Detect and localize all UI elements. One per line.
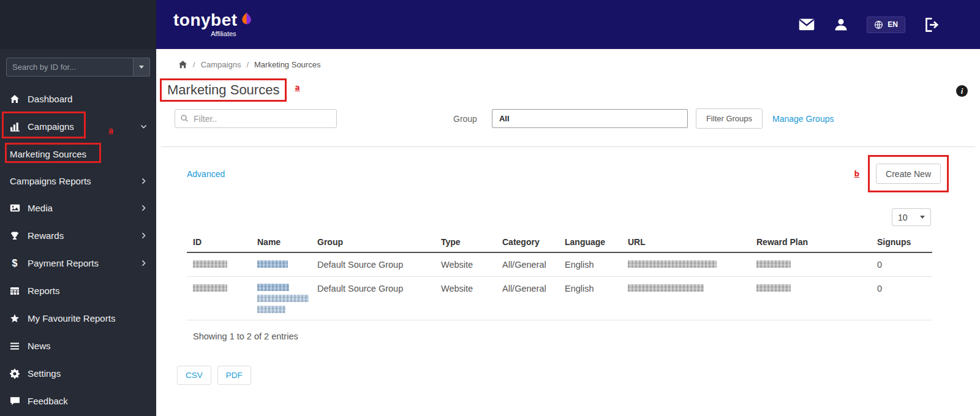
redacted-reward-plan — [756, 260, 791, 268]
breadcrumb-separator: / — [246, 60, 249, 69]
col-header-type: Type — [435, 233, 496, 252]
user-profile-icon[interactable] — [834, 17, 848, 32]
sidebar-item-label: Settings — [28, 368, 61, 379]
sidebar-item-label: Campaigns Reports — [10, 176, 91, 186]
col-header-reward-plan: Reward Plan — [750, 233, 871, 252]
marketing-sources-table: ID Name Group Type Category Language URL… — [187, 233, 932, 320]
search-icon — [180, 114, 189, 123]
page-size-value: 10 — [898, 213, 908, 222]
sidebar-item-campaigns[interactable]: Campaigns — [0, 113, 156, 140]
main-area: tonybet Affiliates EN — [156, 0, 980, 416]
filter-input[interactable] — [175, 109, 337, 128]
export-buttons: CSV PDF — [177, 366, 980, 385]
cell-group: Default Source Group — [311, 277, 435, 300]
filter-groups-button[interactable]: Filter Groups — [696, 108, 763, 129]
sidebar-item-settings[interactable]: Settings — [0, 360, 156, 387]
col-header-language: Language — [559, 233, 622, 252]
col-header-name: Name — [251, 233, 311, 252]
cell-language: English — [559, 277, 622, 300]
brand-logo[interactable]: tonybet Affiliates — [173, 12, 252, 37]
redacted-name-line — [257, 306, 285, 313]
language-selector[interactable]: EN — [867, 17, 905, 33]
table-row: Default Source Group Website All/General… — [187, 253, 932, 277]
chevron-right-icon — [140, 204, 148, 212]
redacted-name-stack — [257, 284, 305, 313]
chevron-right-icon — [140, 259, 148, 267]
cell-signups: 0 — [871, 253, 932, 276]
sidebar-item-label: Media — [28, 203, 53, 213]
sidebar-item-label: Marketing Sources — [10, 149, 86, 159]
globe-icon — [874, 20, 883, 29]
breadcrumb: / Campaigns / Marketing Sources — [156, 49, 980, 69]
page-title: Marketing Sources — [167, 82, 279, 97]
table-summary: Showing 1 to 2 of 2 entries — [193, 331, 980, 341]
create-annotation-box: Create New — [868, 155, 949, 192]
page-size-select[interactable]: 10 — [892, 208, 931, 226]
actions-row: Advanced b Create New — [187, 155, 949, 192]
brand-name: tonybet — [173, 12, 238, 29]
sidebar-item-reports[interactable]: Reports — [0, 277, 156, 304]
trophy-icon — [9, 231, 21, 241]
annotation-letter-b: b — [854, 170, 859, 178]
advanced-link[interactable]: Advanced — [187, 169, 225, 179]
cell-type: Website — [435, 253, 496, 276]
sidebar-item-news[interactable]: News — [0, 332, 156, 360]
sidebar-item-marketing-sources[interactable]: Marketing Sources — [0, 140, 156, 167]
redacted-name-link[interactable] — [257, 260, 288, 268]
topbar: tonybet Affiliates EN — [156, 0, 980, 49]
redacted-name-line — [257, 295, 309, 302]
redacted-id — [193, 260, 227, 268]
title-row: Marketing Sources a — [160, 78, 980, 102]
export-pdf-button[interactable]: PDF — [217, 366, 251, 385]
sidebar-item-rewards[interactable]: Rewards — [0, 222, 156, 249]
image-icon — [9, 203, 21, 213]
sidebar-nav: Dashboard Campaigns Marketing Sources Ca… — [0, 85, 156, 415]
breadcrumb-campaigns[interactable]: Campaigns — [201, 60, 241, 69]
sidebar-search-input[interactable] — [6, 58, 134, 77]
sidebar-item-payment-reports[interactable]: $ Payment Reports — [0, 249, 156, 277]
bar-chart-icon — [9, 121, 21, 132]
group-select[interactable]: All — [492, 109, 688, 128]
group-label: Group — [453, 114, 477, 124]
sidebar-item-label: Campaigns — [28, 121, 74, 132]
caret-down-icon — [920, 216, 925, 219]
cell-category: All/General — [496, 253, 559, 276]
breadcrumb-home-icon[interactable] — [178, 60, 187, 69]
title-annotation-box: Marketing Sources — [160, 78, 287, 102]
flame-icon — [241, 12, 252, 29]
manage-groups-link[interactable]: Manage Groups — [772, 114, 834, 124]
table-icon — [9, 286, 21, 296]
redacted-reward-plan — [756, 284, 791, 292]
sidebar-item-my-favourite-reports[interactable]: My Favourite Reports — [0, 304, 156, 332]
messages-envelope-icon[interactable] — [798, 16, 815, 33]
table-header-row: ID Name Group Type Category Language URL… — [187, 233, 932, 253]
redacted-id — [193, 284, 227, 292]
sidebar-item-feedback[interactable]: Feedback — [0, 387, 156, 415]
col-header-category: Category — [496, 233, 559, 252]
sidebar-item-label: Reports — [28, 286, 60, 296]
annotation-letter-a: a — [295, 83, 300, 92]
sidebar-item-label: News — [28, 341, 51, 351]
cell-category: All/General — [496, 277, 559, 300]
filter-input-wrap — [175, 109, 337, 128]
sidebar-item-media[interactable]: Media — [0, 194, 156, 222]
pagesize-row: 10 — [156, 208, 931, 226]
topbar-actions: EN — [798, 16, 940, 33]
logout-icon[interactable] — [924, 17, 940, 33]
redacted-url — [628, 284, 704, 292]
home-icon — [9, 94, 21, 104]
sidebar-search-dropdown-button[interactable] — [134, 58, 150, 77]
sidebar-item-campaigns-reports[interactable]: Campaigns Reports — [0, 167, 156, 194]
sidebar-item-label: Dashboard — [28, 94, 72, 104]
col-header-group: Group — [311, 233, 435, 252]
sidebar-item-dashboard[interactable]: Dashboard — [0, 85, 156, 113]
chevron-right-icon — [140, 232, 148, 240]
sidebar-item-label: Payment Reports — [28, 258, 99, 268]
filter-row: Group All Filter Groups Manage Groups — [175, 108, 980, 129]
export-csv-button[interactable]: CSV — [177, 366, 211, 385]
dollar-icon: $ — [9, 258, 21, 269]
info-icon[interactable]: i — [956, 85, 968, 97]
redacted-name-link[interactable] — [257, 284, 289, 291]
list-icon — [9, 341, 21, 351]
create-new-button[interactable]: Create New — [876, 164, 941, 184]
